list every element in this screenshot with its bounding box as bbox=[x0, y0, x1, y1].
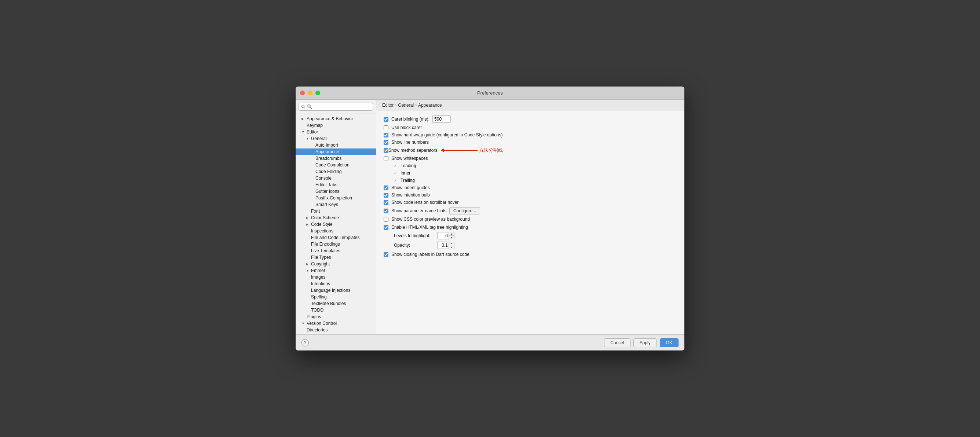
sidebar-item-editor[interactable]: ▼ Editor bbox=[296, 129, 376, 135]
maximize-button[interactable] bbox=[315, 91, 320, 95]
param-hints-label[interactable]: Show parameter name hints bbox=[391, 208, 446, 213]
sidebar-label: Spelling bbox=[311, 294, 327, 300]
sidebar-item-intentions[interactable]: Intentions bbox=[296, 280, 376, 287]
spinner-buttons: ▲ ▼ bbox=[449, 232, 454, 239]
arrow-icon: ▶ bbox=[306, 216, 311, 219]
sidebar: ▶ Appearance & Behavior Keymap ▼ Editor … bbox=[296, 100, 376, 334]
cancel-button[interactable]: Cancel bbox=[604, 338, 630, 347]
sidebar-item-inspections[interactable]: Inspections bbox=[296, 228, 376, 234]
breadcrumb-appearance: Appearance bbox=[418, 103, 442, 108]
sidebar-item-version-control[interactable]: ▼ Version Control bbox=[296, 320, 376, 327]
opacity-spin-down[interactable]: ▼ bbox=[449, 245, 454, 249]
intention-bulb-label[interactable]: Show intention bulb bbox=[391, 192, 430, 198]
sidebar-item-code-style[interactable]: ▶ Code Style bbox=[296, 221, 376, 228]
configure-button[interactable]: Configure... bbox=[449, 207, 480, 215]
sidebar-item-auto-import[interactable]: Auto Import bbox=[296, 142, 376, 148]
method-separators-label[interactable]: Show method separators bbox=[388, 148, 437, 153]
sidebar-item-keymap[interactable]: Keymap bbox=[296, 122, 376, 129]
arrow-icon: ▶ bbox=[301, 117, 307, 121]
line-numbers-label[interactable]: Show line numbers bbox=[391, 140, 429, 145]
sidebar-item-console[interactable]: Console bbox=[296, 175, 376, 181]
help-button[interactable]: ? bbox=[301, 339, 309, 346]
whitespaces-checkbox[interactable] bbox=[383, 156, 388, 161]
bottom-actions: Cancel Apply OK bbox=[604, 338, 679, 347]
breadcrumb-editor: Editor bbox=[382, 103, 393, 108]
spin-up-btn[interactable]: ▲ bbox=[449, 232, 454, 236]
sidebar-item-language-injections[interactable]: Language Injections bbox=[296, 287, 376, 294]
param-hints-checkbox[interactable] bbox=[383, 208, 388, 213]
whitespaces-label[interactable]: Show whitespaces bbox=[391, 156, 428, 161]
closing-labels-checkbox[interactable] bbox=[383, 252, 388, 257]
block-caret-label[interactable]: Use block caret bbox=[391, 125, 422, 130]
line-numbers-checkbox[interactable] bbox=[383, 140, 388, 145]
levels-label: Levels to highlight: bbox=[394, 233, 434, 238]
method-separators-checkbox[interactable] bbox=[383, 148, 388, 153]
ok-button[interactable]: OK bbox=[660, 338, 679, 347]
caret-blinking-input[interactable]: 500 bbox=[433, 116, 451, 123]
caret-blinking-label[interactable]: Caret blinking (ms): bbox=[391, 117, 430, 122]
css-color-label[interactable]: Show CSS color preview as background bbox=[391, 217, 470, 222]
opacity-input[interactable]: 0.1 bbox=[438, 243, 449, 248]
sidebar-item-directories[interactable]: Directories bbox=[296, 327, 376, 333]
indent-guides-checkbox[interactable] bbox=[383, 186, 388, 190]
sidebar-label: Gutter Icons bbox=[315, 189, 339, 194]
leading-label: Leading bbox=[401, 163, 416, 168]
html-highlight-label[interactable]: Enable HTML/XML tag tree highlighting bbox=[391, 225, 468, 230]
apply-button[interactable]: Apply bbox=[633, 338, 657, 347]
sidebar-label: General bbox=[311, 136, 327, 141]
sidebar-label: TextMate Bundles bbox=[311, 301, 346, 306]
sidebar-item-breadcrumbs[interactable]: Breadcrumbs bbox=[296, 155, 376, 162]
closing-labels-label[interactable]: Show closing labels in Dart source code bbox=[391, 252, 469, 257]
indent-guides-label[interactable]: Show indent guides bbox=[391, 185, 430, 190]
sidebar-item-emmet[interactable]: ▼ Emmet bbox=[296, 267, 376, 274]
hard-wrap-checkbox[interactable] bbox=[383, 133, 388, 137]
sidebar-label: Intentions bbox=[311, 281, 330, 286]
sidebar-item-images[interactable]: Images bbox=[296, 274, 376, 280]
block-caret-checkbox[interactable] bbox=[383, 126, 388, 130]
caret-blinking-checkbox[interactable] bbox=[383, 117, 388, 122]
minimize-button[interactable] bbox=[308, 91, 312, 95]
sidebar-item-plugins[interactable]: Plugins bbox=[296, 313, 376, 320]
sidebar-item-color-scheme[interactable]: ▶ Color Scheme bbox=[296, 215, 376, 221]
sidebar-item-editor-tabs[interactable]: Editor Tabs bbox=[296, 181, 376, 188]
code-lens-checkbox[interactable] bbox=[383, 200, 388, 205]
sidebar-item-appearance-behavior[interactable]: ▶ Appearance & Behavior bbox=[296, 116, 376, 122]
opacity-spin-up[interactable]: ▲ bbox=[449, 242, 454, 245]
levels-input[interactable]: 6 bbox=[438, 233, 449, 238]
show-intention-bulb-row: Show intention bulb bbox=[383, 192, 677, 198]
sidebar-item-code-completion[interactable]: Code Completion bbox=[296, 162, 376, 168]
show-hard-wrap-row: Show hard wrap guide (configured in Code… bbox=[383, 132, 677, 137]
css-color-checkbox[interactable] bbox=[383, 217, 388, 222]
sidebar-item-todo[interactable]: TODO bbox=[296, 307, 376, 313]
use-block-caret-row: Use block caret bbox=[383, 125, 677, 130]
sidebar-item-gutter-icons[interactable]: Gutter Icons bbox=[296, 188, 376, 195]
spin-down-btn[interactable]: ▼ bbox=[449, 236, 454, 239]
main-content: ▶ Appearance & Behavior Keymap ▼ Editor … bbox=[296, 100, 684, 334]
opacity-label: Opacity: bbox=[394, 243, 434, 248]
sidebar-item-live-templates[interactable]: Live Templates bbox=[296, 248, 376, 254]
code-lens-label[interactable]: Show code lens on scrollbar hover bbox=[391, 200, 458, 205]
html-highlight-checkbox[interactable] bbox=[383, 225, 388, 230]
sidebar-item-textmate-bundles[interactable]: TextMate Bundles bbox=[296, 300, 376, 307]
sidebar-item-general[interactable]: ▼ General bbox=[296, 135, 376, 142]
sidebar-item-copyright[interactable]: ▶ Copyright bbox=[296, 261, 376, 267]
sidebar-item-file-types[interactable]: File Types bbox=[296, 254, 376, 261]
search-input[interactable] bbox=[299, 103, 373, 111]
sidebar-label: Live Templates bbox=[311, 248, 340, 253]
intention-bulb-checkbox[interactable] bbox=[383, 193, 388, 198]
sidebar-label: Auto Import bbox=[315, 143, 338, 148]
close-button[interactable] bbox=[300, 91, 305, 95]
inner-row: ✓ Inner bbox=[383, 170, 677, 176]
show-whitespaces-row: Show whitespaces bbox=[383, 156, 677, 161]
sidebar-item-spelling[interactable]: Spelling bbox=[296, 294, 376, 300]
sidebar-item-file-code-templates[interactable]: File and Code Templates bbox=[296, 234, 376, 241]
sidebar-item-postfix-completion[interactable]: Postfix Completion bbox=[296, 195, 376, 201]
sidebar-item-smart-keys[interactable]: Smart Keys bbox=[296, 201, 376, 208]
sidebar-label: File and Code Templates bbox=[311, 235, 360, 240]
hard-wrap-label[interactable]: Show hard wrap guide (configured in Code… bbox=[391, 132, 503, 137]
sidebar-item-file-encodings[interactable]: File Encodings bbox=[296, 241, 376, 248]
sidebar-item-code-folding[interactable]: Code Folding bbox=[296, 168, 376, 175]
sidebar-item-font[interactable]: Font bbox=[296, 208, 376, 215]
sidebar-item-appearance[interactable]: Appearance bbox=[296, 148, 376, 155]
sidebar-label: Directories bbox=[307, 327, 328, 332]
